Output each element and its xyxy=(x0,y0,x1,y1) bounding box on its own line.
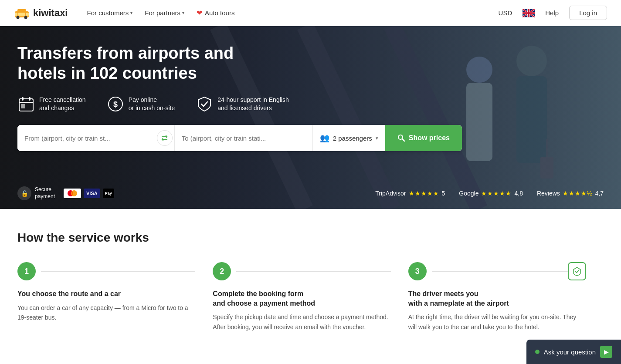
step-1-number: 1 xyxy=(17,262,36,280)
help-button[interactable]: Help xyxy=(542,7,562,18)
search-bar: ⇄ 👥 2 passengers ▾ Show prices xyxy=(17,125,462,151)
nav-item-autotours[interactable]: ❤ Auto tours xyxy=(191,6,240,20)
nav-customers-chevron: ▾ xyxy=(130,10,132,15)
search-to-input[interactable] xyxy=(174,125,312,151)
uk-flag-icon xyxy=(523,9,535,17)
hero-content: Transfers from airports and hotels in 10… xyxy=(0,26,621,151)
shield-icon xyxy=(196,95,213,113)
payment-cards: VISA Pay xyxy=(64,189,114,198)
show-prices-label: Show prices xyxy=(409,134,450,142)
nav-partners-label: For partners xyxy=(145,9,180,17)
chat-label: Ask your question xyxy=(544,348,596,354)
nav-item-customers[interactable]: For customers ▾ xyxy=(81,7,138,19)
hero-feature-cancellation: Free cancellation and changes xyxy=(17,95,86,113)
nav-customers-label: For customers xyxy=(87,9,129,17)
svg-text:$: $ xyxy=(113,100,118,109)
show-prices-button[interactable]: Show prices xyxy=(385,125,462,151)
svg-rect-6 xyxy=(18,13,25,16)
reviews-rating: Reviews ★★★★½ 4,7 xyxy=(537,190,604,197)
swap-button[interactable]: ⇄ xyxy=(157,130,173,146)
svg-line-26 xyxy=(402,139,404,141)
tripadvisor-label: TripAdvisor xyxy=(375,190,406,197)
passengers-icon: 👥 xyxy=(320,133,329,143)
google-score: 4,8 xyxy=(514,190,523,197)
svg-point-3 xyxy=(24,16,27,19)
reviews-score: 4,7 xyxy=(595,190,604,197)
nav-item-partners[interactable]: For partners ▾ xyxy=(139,7,190,19)
svg-rect-5 xyxy=(26,13,29,16)
ratings: TripAdvisor ★★★★★ 5 Google ★★★★★ 4,8 Rev… xyxy=(375,190,604,197)
step-3-line xyxy=(432,271,568,272)
step-3: 3 The driver meets youwith a nameplate a… xyxy=(408,262,604,332)
svg-point-2 xyxy=(17,16,20,19)
step-2-desc: Specify the pickup date and time and cho… xyxy=(213,312,390,332)
step-2-header: 2 xyxy=(213,262,390,280)
currency-selector[interactable]: USD xyxy=(495,7,516,18)
svg-rect-22 xyxy=(21,104,25,108)
google-label: Google xyxy=(459,190,478,197)
header-right: USD Help Log in xyxy=(495,6,607,20)
chat-online-dot xyxy=(535,350,540,354)
hero-features: Free cancellation and changes $ Pay onli… xyxy=(17,95,604,113)
step-2-number: 2 xyxy=(213,262,231,280)
how-title: How the service works xyxy=(17,231,604,245)
reviews-label: Reviews xyxy=(537,190,560,197)
main-nav: For customers ▾ For partners ▾ ❤ Auto to… xyxy=(81,6,495,20)
search-btn-icon xyxy=(397,134,405,142)
passengers-label: 2 passengers xyxy=(333,135,372,142)
tripadvisor-score: 5 xyxy=(442,190,445,197)
trust-bar: 🔒 Secure payment VISA Pay xyxy=(17,186,604,200)
language-flag[interactable] xyxy=(523,9,535,17)
tripadvisor-stars: ★★★★★ xyxy=(409,190,439,197)
header: kiwitaxi For customers ▾ For partners ▾ … xyxy=(0,0,621,26)
how-section: How the service works 1 You choose the r… xyxy=(0,209,621,354)
svg-rect-20 xyxy=(22,97,24,101)
passengers-chevron: ▾ xyxy=(376,135,378,141)
chat-arrow-icon: ▶ xyxy=(600,346,612,354)
hero-feature-payment: $ Pay online or in cash on-site xyxy=(107,95,175,113)
hero-title: Transfers from airports and hotels in 10… xyxy=(17,44,279,83)
google-rating: Google ★★★★★ 4,8 xyxy=(459,190,523,197)
nameplate-icon xyxy=(568,262,586,280)
tripadvisor-rating: TripAdvisor ★★★★★ 5 xyxy=(375,190,445,197)
step-1: 1 You choose the route and a car You can… xyxy=(17,262,213,332)
svg-rect-21 xyxy=(29,97,31,101)
step-3-desc: At the right time, the driver will be wa… xyxy=(408,312,586,332)
step-1-desc: You can order a car of any capacity — fr… xyxy=(17,303,195,323)
secure-payment: 🔒 Secure payment VISA Pay xyxy=(17,186,114,200)
search-from-input[interactable] xyxy=(17,125,155,151)
calendar-icon xyxy=(17,95,35,113)
google-stars: ★★★★★ xyxy=(481,190,512,197)
login-button[interactable]: Log in xyxy=(569,6,607,20)
step-2: 2 Complete the booking formand choose a … xyxy=(213,262,408,332)
nav-autotours-heart-icon: ❤ xyxy=(197,9,202,17)
secure-label: Secure payment xyxy=(35,186,55,200)
login-label: Log in xyxy=(579,9,597,17)
hero-section: Transfers from airports and hotels in 10… xyxy=(0,26,621,209)
steps-container: 1 You choose the route and a car You can… xyxy=(17,262,604,332)
applepay-icon: Pay xyxy=(103,189,114,198)
nav-partners-chevron: ▾ xyxy=(182,10,184,15)
svg-rect-1 xyxy=(17,9,26,13)
step-3-header: 3 xyxy=(408,262,586,280)
step-3-title: The driver meets youwith a nameplate at … xyxy=(408,289,586,308)
visa-icon: VISA xyxy=(84,189,100,198)
step-1-title: You choose the route and a car xyxy=(17,289,195,299)
chat-widget[interactable]: Ask your question ▶ xyxy=(526,340,621,354)
logo-text: kiwitaxi xyxy=(33,7,68,19)
mastercard-icon xyxy=(64,189,81,198)
step-1-line xyxy=(41,271,195,272)
help-label: Help xyxy=(545,9,559,17)
step-2-title: Complete the booking formand choose a pa… xyxy=(213,289,390,308)
step-1-header: 1 xyxy=(17,262,195,280)
nav-autotours-label: Auto tours xyxy=(205,9,234,17)
support-text: 24-hour support in English and licensed … xyxy=(217,96,288,113)
step-2-line xyxy=(236,271,390,272)
passengers-selector[interactable]: 👥 2 passengers ▾ xyxy=(312,125,385,151)
svg-rect-4 xyxy=(15,13,17,16)
hero-feature-support: 24-hour support in English and licensed … xyxy=(196,95,288,113)
reviews-stars: ★★★★½ xyxy=(563,190,593,197)
dollar-icon: $ xyxy=(107,95,124,113)
logo[interactable]: kiwitaxi xyxy=(14,7,68,19)
currency-label: USD xyxy=(499,9,512,17)
